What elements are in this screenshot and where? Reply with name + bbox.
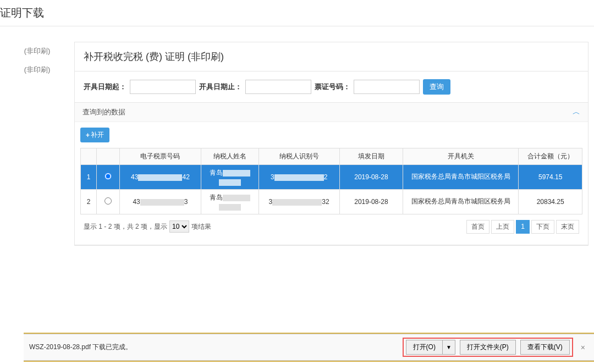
panel-title: 补开税收完税 (费) 证明 (非印刷) — [75, 42, 588, 71]
row-ident: 332 — [258, 189, 339, 214]
filter-start-label: 开具日期起： — [84, 82, 127, 92]
filter-row: 开具日期起： 开具日期止： 票证号码： 查询 — [75, 71, 588, 102]
main-panel: 补开税收完税 (费) 证明 (非印刷) 开具日期起： 开具日期止： 票证号码： … — [74, 42, 588, 246]
view-downloads-button[interactable]: 查看下载(V) — [520, 340, 570, 355]
download-bar: WSZ-2019-08-28.pdf 下载已完成。 打开(O) ▼ 打开文件夹(… — [24, 333, 594, 362]
sidebar: (非印刷) (非印刷) — [0, 26, 74, 246]
results-table: 电子税票号码 纳税人姓名 纳税人识别号 填发日期 开具机关 合计金额（元） 1 — [80, 148, 582, 214]
pager-next[interactable]: 下页 — [531, 220, 554, 234]
query-header-label: 查询到的数据 — [82, 107, 125, 117]
row-select[interactable] — [97, 165, 120, 190]
pager-info-after: 项结果 — [191, 222, 211, 231]
col-authority: 开具机关 — [403, 148, 519, 165]
open-folder-button[interactable]: 打开文件夹(P) — [460, 340, 516, 355]
sidebar-item-1[interactable]: (非印刷) — [0, 60, 74, 79]
close-icon[interactable]: × — [578, 343, 588, 352]
col-ident: 纳税人识别号 — [258, 148, 339, 165]
pager-prev[interactable]: 上页 — [491, 220, 514, 234]
row-name: 青岛 — [201, 165, 258, 190]
supplement-button[interactable]: +补开 — [80, 128, 109, 142]
pager: 显示 1 - 2 项，共 2 项，显示 10 项结果 首页 上页 1 下页 末页 — [80, 214, 582, 236]
col-index — [81, 148, 97, 165]
supplement-label: 补开 — [91, 130, 104, 140]
row-date: 2019-08-28 — [339, 165, 403, 190]
col-amount: 合计金额（元） — [519, 148, 582, 165]
row-name: 青岛 — [201, 189, 258, 214]
table-row[interactable]: 2 433 青岛 332 2019-08-28 国家税务总局青岛市城阳区税务局 … — [81, 189, 582, 214]
search-button[interactable]: 查询 — [423, 79, 450, 95]
row-select[interactable] — [97, 189, 120, 214]
pager-info-before: 显示 1 - 2 项，共 2 项，显示 — [84, 222, 167, 231]
row-amount: 5974.15 — [519, 165, 582, 190]
row-index: 2 — [81, 189, 97, 214]
row-taxnum: 433 — [120, 189, 201, 214]
page-title: 证明下载 — [0, 5, 594, 20]
row-taxnum: 4342 — [120, 165, 201, 190]
row-authority: 国家税务总局青岛市城阳区税务局 — [403, 189, 519, 214]
voucher-input[interactable] — [354, 80, 420, 94]
row-index: 1 — [81, 165, 97, 190]
filter-voucher-label: 票证号码： — [315, 82, 350, 92]
download-message: WSZ-2019-08-28.pdf 下载已完成。 — [29, 343, 403, 352]
row-date: 2019-08-28 — [339, 189, 403, 214]
col-taxnum: 电子税票号码 — [120, 148, 201, 165]
download-actions-highlight: 打开(O) ▼ 打开文件夹(P) 查看下载(V) — [403, 338, 573, 357]
row-ident: 32 — [258, 165, 339, 190]
open-button[interactable]: 打开(O) — [406, 340, 442, 355]
filter-end-label: 开具日期止： — [199, 82, 242, 92]
collapse-icon[interactable]: ︿ — [573, 107, 580, 117]
page-size-select[interactable]: 10 — [169, 220, 189, 233]
col-name: 纳税人姓名 — [201, 148, 258, 165]
end-date-input[interactable] — [245, 80, 311, 94]
open-split-button[interactable]: 打开(O) ▼ — [406, 340, 455, 355]
col-date: 填发日期 — [339, 148, 403, 165]
pager-last[interactable]: 末页 — [556, 220, 579, 234]
table-row[interactable]: 1 4342 青岛 32 2019-08-28 国家税务总局青岛市城阳区税务局 … — [81, 165, 582, 190]
row-radio[interactable] — [105, 173, 112, 180]
plus-icon: + — [86, 131, 90, 139]
query-section: 查询到的数据 ︿ +补开 电子税票号码 纳税人姓名 — [75, 102, 588, 245]
pager-first[interactable]: 首页 — [466, 220, 490, 234]
col-select — [97, 148, 120, 165]
row-radio[interactable] — [105, 197, 112, 205]
row-amount: 20834.25 — [519, 189, 582, 214]
open-dropdown-icon[interactable]: ▼ — [442, 340, 455, 355]
row-authority: 国家税务总局青岛市城阳区税务局 — [403, 165, 519, 190]
sidebar-item-0[interactable]: (非印刷) — [0, 42, 74, 60]
pager-current[interactable]: 1 — [516, 220, 530, 234]
page-header: 证明下载 — [0, 0, 594, 26]
start-date-input[interactable] — [130, 80, 196, 94]
